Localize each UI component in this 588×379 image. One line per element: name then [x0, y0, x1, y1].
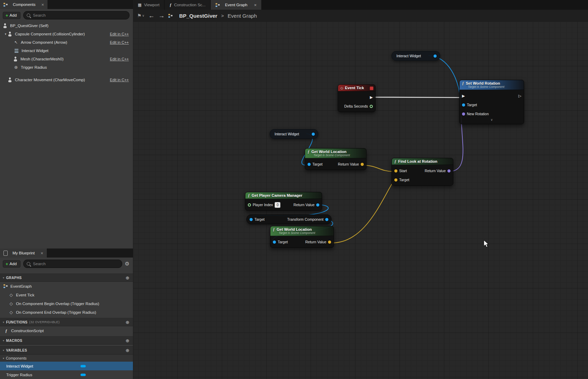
exec-out-pin[interactable]: ▶	[370, 95, 373, 99]
back-button[interactable]: ←	[148, 12, 154, 19]
function-icon: ƒ	[394, 159, 396, 163]
components-icon	[3, 2, 8, 7]
expander-icon: ▾	[3, 321, 4, 324]
component-row-mesh[interactable]: Mesh (CharacterMesh0) Edit in C++	[0, 55, 133, 63]
wire-worldlocation-to-start	[362, 165, 393, 171]
return-value-pin[interactable]	[361, 163, 364, 166]
target-pin[interactable]	[250, 218, 253, 221]
add-component-button[interactable]: + Add	[3, 12, 20, 19]
myblueprint-search-input[interactable]	[32, 261, 118, 266]
exec-out-pin[interactable]: ▷	[519, 94, 521, 98]
player-index-pin[interactable]	[248, 203, 251, 207]
graph-row-event-tick[interactable]: ◇ Event Tick	[0, 290, 133, 299]
add-label: Add	[10, 262, 17, 266]
graph-row-eventgraph[interactable]: EventGraph	[0, 282, 133, 290]
section-macros[interactable]: ▾ MACROS ⊕	[0, 336, 133, 345]
edit-in-cpp-link[interactable]: Edit in C++	[110, 32, 129, 36]
graph-canvas[interactable]: Interact Widget ◇ Event Tick ▶	[133, 22, 588, 379]
components-search[interactable]	[23, 11, 129, 19]
variable-type-pill	[81, 373, 86, 376]
graph-row-end-overlap[interactable]: ◇ On Component End Overlap (Trigger Radi…	[0, 308, 133, 317]
edit-in-cpp-link[interactable]: Edit in C++	[110, 57, 129, 61]
node-enabled-badge	[370, 86, 373, 90]
start-pin[interactable]	[394, 169, 397, 172]
add-variable-icon[interactable]: ⊕	[126, 348, 129, 353]
graph-icon	[3, 284, 8, 288]
expand-pins-chevron[interactable]: ∨	[460, 118, 524, 123]
movement-icon	[8, 77, 12, 82]
component-row-interact-widget[interactable]: Interact Widget	[0, 47, 133, 55]
section-title: FUNCTIONS	[6, 320, 27, 324]
components-tab-label: Components	[13, 2, 35, 7]
target-pin[interactable]	[394, 178, 397, 182]
bookmark-dropdown[interactable]: ⚑ ∨	[137, 13, 144, 18]
delta-seconds-pin[interactable]	[370, 105, 373, 108]
transform-output-pin[interactable]	[325, 218, 328, 221]
tab-construction-script[interactable]: ƒ Construction Sc...	[165, 0, 211, 10]
breadcrumb-root[interactable]: BP_QuestGiver	[179, 13, 217, 19]
return-value-pin[interactable]	[316, 203, 319, 207]
variable-row-interact-widget[interactable]: Interact Widget	[0, 362, 133, 370]
object-output-pin[interactable]	[312, 133, 315, 136]
section-functions[interactable]: ▾ FUNCTIONS (32 OVERRIDABLE) ⊕	[0, 318, 133, 326]
tab-event-graph[interactable]: Event Graph ×	[211, 0, 262, 10]
add-macro-icon[interactable]: ⊕	[126, 338, 129, 343]
node-set-world-rotation[interactable]: ƒ Set World Rotation Target is Scene Com…	[459, 80, 524, 124]
tab-viewport[interactable]: ▦ Viewport	[133, 0, 165, 10]
return-value-pin[interactable]	[328, 241, 331, 244]
edit-in-cpp-link[interactable]: Edit in C++	[110, 78, 129, 82]
component-row-arrow[interactable]: ↖ Arrow Component (Arrow) Edit in C++	[0, 38, 133, 47]
node-get-transform-component[interactable]: Target Transform Component	[246, 214, 331, 224]
exec-in-pin[interactable]: ▶	[462, 94, 465, 98]
event-diamond-icon: ◇	[8, 310, 14, 315]
component-row-trigger-radius[interactable]: ⊛ Trigger Radius	[0, 63, 133, 71]
tab-components[interactable]: Components ×	[0, 0, 48, 9]
node-find-look-at-rotation[interactable]: ƒ Find Look at Rotation Start Return Val…	[392, 158, 453, 186]
breadcrumb-current: Event Graph	[228, 13, 257, 19]
variable-row-trigger-radius[interactable]: Trigger Radius	[0, 370, 133, 379]
section-graphs[interactable]: ▾ GRAPHS ⊕	[0, 273, 133, 282]
node-get-world-location-a[interactable]: ƒ Get World Location Target is Scene Com…	[305, 148, 367, 170]
close-icon[interactable]: ×	[41, 2, 44, 7]
node-event-tick[interactable]: ◇ Event Tick ▶ Delta Seconds	[338, 84, 376, 112]
node-get-interact-widget-b[interactable]: Interact Widget	[270, 129, 318, 139]
target-pin[interactable]	[462, 103, 465, 107]
add-blueprint-item-button[interactable]: + Add	[3, 260, 20, 268]
close-icon[interactable]: ×	[41, 251, 43, 256]
node-get-player-camera-manager[interactable]: ƒ Get Player Camera Manager Player Index…	[245, 192, 322, 211]
wire-layer	[133, 22, 588, 379]
target-pin[interactable]	[308, 163, 311, 166]
section-variables[interactable]: ▾ VARIABLES ⊕	[0, 346, 133, 354]
graph-row-begin-overlap[interactable]: ◇ On Component Begin Overlap (Trigger Ra…	[0, 299, 133, 308]
object-output-pin[interactable]	[434, 54, 437, 58]
component-row-capsule[interactable]: ▾ Capsule Component (CollisionCylinder) …	[0, 30, 133, 38]
expander-icon: ▾	[3, 349, 4, 352]
player-index-input[interactable]: 0	[275, 202, 280, 208]
tab-my-blueprint[interactable]: My Blueprint ×	[0, 249, 47, 258]
node-get-world-location-b[interactable]: ƒ Get World Location Target is Scene Com…	[270, 226, 334, 248]
new-rotation-pin[interactable]	[462, 112, 465, 116]
component-row-self[interactable]: BP_QuestGiver (Self)	[0, 22, 133, 30]
myblueprint-search[interactable]	[23, 260, 122, 268]
close-icon[interactable]: ×	[254, 2, 257, 8]
function-row-constructionscript[interactable]: ƒ ConstructionScript	[0, 326, 133, 335]
section-title: VARIABLES	[6, 348, 27, 352]
gear-icon[interactable]: ⚙	[125, 261, 129, 267]
actor-icon	[3, 23, 7, 28]
function-icon: ƒ	[308, 150, 310, 154]
event-diamond-icon: ◇	[8, 301, 14, 306]
edit-in-cpp-link[interactable]: Edit in C++	[110, 40, 129, 44]
add-function-icon[interactable]: ⊕	[126, 320, 129, 325]
function-icon: ƒ	[462, 81, 464, 85]
component-label: BP_QuestGiver (Self)	[10, 24, 49, 28]
components-search-input[interactable]	[32, 13, 126, 18]
return-value-pin[interactable]	[447, 169, 451, 172]
event-diamond-icon: ◇	[341, 86, 343, 90]
variable-category-components[interactable]: ▾ Components	[0, 354, 133, 362]
component-row-char-movement[interactable]: Character Movement (CharMoveComp) Edit i…	[0, 76, 133, 84]
expander-icon[interactable]: ▾	[3, 32, 8, 36]
target-pin[interactable]	[273, 241, 276, 244]
node-get-interact-widget-a[interactable]: Interact Widget	[392, 51, 440, 61]
add-graph-icon[interactable]: ⊕	[126, 275, 129, 280]
forward-button[interactable]: →	[158, 12, 165, 19]
